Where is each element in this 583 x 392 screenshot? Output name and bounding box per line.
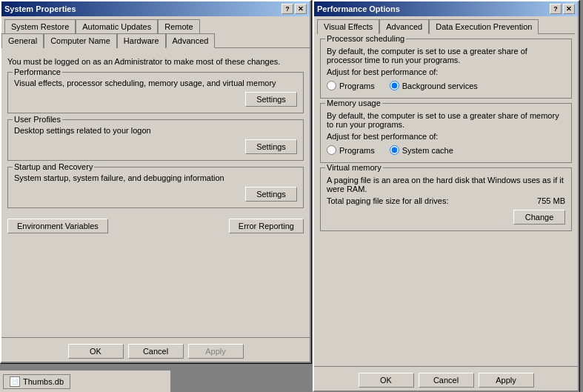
processor-programs-option: Programs [327, 81, 375, 90]
system-properties-title: System Properties [4, 4, 76, 13]
memory-programs-radio[interactable] [327, 145, 336, 155]
processor-background-radio[interactable] [390, 81, 399, 90]
virtual-memory-group: Virtual memory A paging file is an area … [320, 167, 572, 231]
memory-usage-group: Memory usage By default, the computer is… [320, 103, 572, 163]
memory-radio-group: Programs System cache [327, 144, 565, 156]
title-bar-buttons: ? ✕ [281, 4, 307, 14]
system-properties-bottom-buttons: OK Cancel Apply [1, 337, 310, 362]
performance-settings-button[interactable]: Settings [245, 92, 297, 107]
memory-adjust-label: Adjust for best performance of: [327, 132, 565, 141]
virtual-memory-label: Virtual memory [325, 163, 383, 172]
system-properties-cancel-button[interactable]: Cancel [128, 344, 184, 359]
performance-group-label: Performance [13, 67, 62, 76]
error-reporting-button[interactable]: Error Reporting [229, 219, 304, 233]
virtual-memory-desc: A paging file is an area on the hard dis… [327, 176, 565, 193]
performance-apply-button[interactable]: Apply [479, 373, 534, 388]
total-paging-value: 755 MB [537, 196, 565, 205]
processor-programs-label: Programs [339, 82, 375, 90]
tab-computer-name[interactable]: Computer Name [44, 33, 117, 48]
perf-tabs: Visual Effects Advanced Data Execution P… [317, 19, 575, 34]
system-properties-window: System Properties ? ✕ System Restore Aut… [0, 0, 311, 363]
performance-options-bottom-buttons: OK Cancel Apply [314, 366, 578, 391]
memory-programs-label: Programs [339, 146, 375, 155]
taskbar-thumbsdb-item[interactable]: 📄 Thumbs.db [3, 374, 70, 389]
env-error-button-row: Environment Variables Error Reporting [7, 214, 304, 235]
system-properties-ok-button[interactable]: OK [68, 344, 124, 359]
processor-radio-group: Programs Background services [327, 79, 565, 92]
file-icon: 📄 [10, 376, 20, 387]
performance-options-window: Performance Options ? ✕ Visual Effects A… [313, 0, 579, 392]
processor-scheduling-group: Processor scheduling By default, the com… [320, 39, 572, 99]
close-button[interactable]: ✕ [295, 4, 307, 14]
tab-hardware[interactable]: Hardware [117, 33, 166, 48]
memory-system-cache-radio[interactable] [390, 145, 399, 155]
memory-usage-desc: By default, the computer is set to use a… [327, 111, 565, 129]
tab-general[interactable]: General [1, 33, 44, 48]
performance-cancel-button[interactable]: Cancel [419, 373, 474, 388]
memory-usage-label: Memory usage [325, 99, 382, 107]
performance-options-title: Performance Options [317, 4, 400, 13]
processor-adjust-label: Adjust for best performance of: [327, 67, 565, 76]
system-properties-content: You must be logged on as an Administrato… [1, 51, 310, 337]
startup-recovery-group-text: System startup, system failure, and debu… [14, 173, 297, 182]
change-virtual-memory-button[interactable]: Change [513, 210, 565, 225]
virtual-memory-size-row: Total paging file size for all drives: 7… [327, 196, 565, 205]
performance-options-content: Processor scheduling By default, the com… [314, 34, 578, 366]
system-properties-apply-button[interactable]: Apply [188, 344, 244, 359]
environment-variables-button[interactable]: Environment Variables [7, 219, 108, 233]
tab-row-1: System Restore Automatic Updates Remote [1, 16, 310, 33]
memory-system-cache-option: System cache [390, 145, 453, 155]
tab-visual-effects[interactable]: Visual Effects [317, 19, 379, 34]
taskbar-item-label: Thumbs.db [23, 377, 64, 386]
memory-system-cache-label: System cache [402, 146, 453, 155]
admin-info-text: You must be logged on as an Administrato… [7, 57, 304, 66]
system-properties-title-bar: System Properties ? ✕ [1, 1, 310, 16]
processor-scheduling-label: Processor scheduling [325, 34, 406, 43]
performance-ok-button[interactable]: OK [359, 373, 414, 388]
tab-remote[interactable]: Remote [158, 19, 200, 33]
performance-group-text: Visual effects, processor scheduling, me… [14, 79, 297, 87]
user-profiles-group-label: User Profiles [13, 115, 62, 124]
tab-data-execution-prevention[interactable]: Data Execution Prevention [429, 19, 539, 34]
performance-group: Performance Visual effects, processor sc… [7, 72, 304, 113]
help-button[interactable]: ? [281, 4, 293, 14]
user-profiles-settings-button[interactable]: Settings [245, 139, 297, 154]
tab-automatic-updates[interactable]: Automatic Updates [76, 19, 158, 33]
total-paging-label: Total paging file size for all drives: [327, 196, 448, 205]
tab-system-restore[interactable]: System Restore [4, 19, 76, 33]
perf-help-button[interactable]: ? [550, 4, 562, 14]
processor-scheduling-desc: By default, the computer is set to use a… [327, 47, 565, 64]
tab-advanced[interactable]: Advanced [166, 33, 216, 48]
startup-recovery-group: Startup and Recovery System startup, sys… [7, 167, 304, 208]
perf-title-bar-buttons: ? ✕ [550, 4, 575, 14]
processor-background-label: Background services [402, 82, 478, 90]
user-profiles-group: User Profiles Desktop settings related t… [7, 119, 304, 161]
performance-options-title-bar: Performance Options ? ✕ [314, 1, 578, 16]
processor-background-option: Background services [390, 81, 478, 90]
perf-close-button[interactable]: ✕ [563, 4, 575, 14]
tab-perf-advanced[interactable]: Advanced [379, 19, 429, 34]
tab-row-2: General Computer Name Hardware Advanced [1, 33, 310, 48]
memory-programs-option: Programs [327, 145, 375, 155]
startup-recovery-settings-button[interactable]: Settings [245, 187, 297, 202]
startup-recovery-group-label: Startup and Recovery [13, 162, 94, 171]
processor-programs-radio[interactable] [327, 81, 336, 90]
user-profiles-group-text: Desktop settings related to your logon [14, 126, 297, 135]
taskbar: 📄 Thumbs.db [0, 370, 170, 392]
